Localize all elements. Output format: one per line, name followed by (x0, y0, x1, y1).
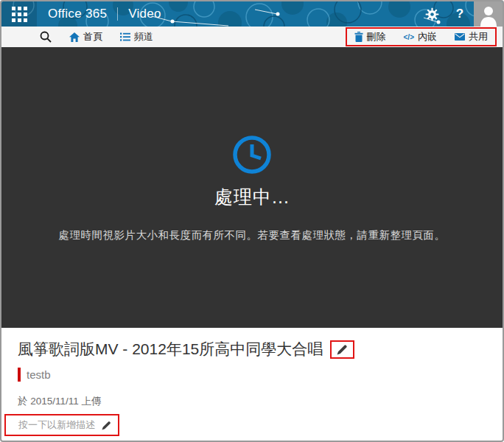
channels-list-icon (120, 32, 130, 41)
embed-button[interactable]: </> 內嵌 (404, 30, 437, 43)
uploader-row: testb (18, 368, 503, 382)
edit-title-button[interactable] (330, 340, 354, 359)
video-title: 風箏歌詞版MV - 2012年15所高中同學大合唱 (18, 339, 323, 359)
processing-status-message: 處理時間視影片大小和長度而有所不同。若要查看處理狀態，請重新整理頁面。 (59, 228, 446, 242)
processing-status-title: 處理中... (214, 185, 290, 209)
share-button[interactable]: 共用 (455, 30, 488, 43)
trash-icon (354, 32, 363, 42)
delete-label: 刪除 (367, 30, 386, 43)
help-button[interactable]: ? (446, 1, 474, 27)
annotation-mark (18, 368, 21, 382)
nav-channels[interactable]: 頻道 (120, 30, 153, 43)
settings-button[interactable] (418, 1, 446, 27)
delete-button[interactable]: 刪除 (354, 30, 386, 43)
share-label: 共用 (469, 30, 488, 43)
app-window: Office 365 Video (0, 0, 504, 442)
nav-home[interactable]: 首頁 (69, 30, 102, 43)
pencil-icon (102, 421, 111, 430)
suite-bar: Office 365 Video (1, 1, 503, 27)
video-title-row: 風箏歌詞版MV - 2012年15所高中同學大合唱 (18, 339, 503, 359)
command-toolbar: 首頁 頻道 刪除 </> 內嵌 (1, 27, 503, 47)
search-icon (40, 31, 52, 43)
home-icon (69, 32, 80, 42)
app-launcher-button[interactable] (1, 1, 37, 27)
brand-divider (117, 7, 118, 21)
app-title-video[interactable]: Video (128, 7, 161, 21)
clock-icon (231, 133, 273, 179)
nav-home-label: 首頁 (83, 30, 102, 43)
embed-label: 內嵌 (418, 30, 437, 43)
nav-channels-label: 頻道 (134, 30, 153, 43)
help-icon: ? (456, 7, 463, 21)
person-icon (477, 4, 500, 27)
uploader-name[interactable]: testb (27, 368, 51, 381)
brand-office365[interactable]: Office 365 (48, 7, 107, 21)
add-description-label: 按一下以新增描述 (18, 418, 95, 432)
processing-stage: 處理中... 處理時間視影片大小和長度而有所不同。若要查看處理狀態，請重新整理頁… (1, 47, 503, 328)
search-button[interactable] (40, 31, 52, 43)
video-info-panel: 風箏歌詞版MV - 2012年15所高中同學大合唱 testb 於 2015/1… (1, 339, 503, 436)
envelope-icon (455, 33, 465, 41)
embed-code-icon: </> (404, 33, 414, 41)
add-description-button[interactable]: 按一下以新增描述 (4, 414, 119, 436)
account-avatar[interactable] (474, 1, 503, 27)
pencil-icon (337, 344, 348, 355)
waffle-icon (12, 7, 27, 22)
gear-icon (425, 7, 439, 21)
upload-date-text: 於 2015/11/11 上傳 (18, 395, 503, 408)
suite-right-controls: ? (418, 1, 503, 27)
annotation-box-actions: 刪除 </> 內嵌 共用 (346, 27, 497, 46)
